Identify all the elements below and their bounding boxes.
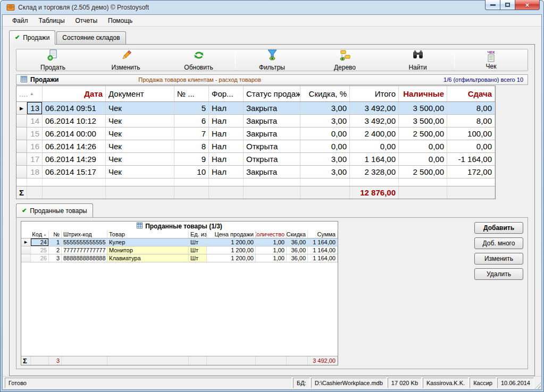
title-bar[interactable]: Склад и торговля (2.505 демо) © Prostoys… (2, 0, 542, 14)
menu-item[interactable]: Файл (7, 16, 34, 25)
cell-change[interactable]: 8,00 (447, 115, 495, 127)
cell-change[interactable]: 172,00 (447, 166, 495, 178)
cell-doc[interactable]: Чек (106, 127, 174, 140)
column-header-code[interactable]: Код▲ (21, 231, 49, 238)
row-selector-cell[interactable] (16, 115, 27, 127)
cell-form[interactable]: Нал (209, 127, 244, 140)
cell-form[interactable]: Нал (209, 153, 244, 165)
column-header-cash[interactable]: Наличные (399, 86, 447, 101)
column-header-change[interactable]: Сдача (447, 86, 495, 101)
cell-code[interactable]: 26 (31, 254, 49, 262)
column-header-sum[interactable]: Сумма (308, 231, 338, 238)
cell-change[interactable]: 8,00 (447, 102, 495, 114)
cell-discount[interactable]: 3,00 (300, 102, 350, 114)
row-number-cell[interactable]: 14 (27, 115, 43, 127)
cell-change[interactable]: 0,00 (447, 140, 495, 152)
column-header-unit[interactable]: Ед. изм. (189, 231, 207, 238)
receipt-button[interactable]: ЧЕК Чек (455, 49, 528, 71)
cell-product[interactable]: Кулер (107, 238, 189, 246)
cell-date[interactable]: 06.2014 00:00 (43, 127, 106, 140)
cell-no[interactable]: 6 (174, 115, 209, 127)
cell-price[interactable]: 1 200,00 (207, 246, 256, 254)
cell-product[interactable]: Монитор (107, 246, 189, 254)
maximize-button[interactable] (500, 0, 515, 10)
cell-no[interactable]: 7 (174, 127, 209, 140)
cell-no[interactable]: 10 (174, 166, 209, 178)
cell-change[interactable]: -1 164,00 (447, 153, 495, 165)
add-many-button[interactable]: Доб. много (474, 237, 523, 249)
cell-cash[interactable]: 3 500,00 (399, 102, 447, 114)
cell-cash[interactable]: 0,00 (399, 153, 447, 165)
cell-discount[interactable]: 3,00 (300, 153, 350, 165)
column-header-total[interactable]: Итого (350, 86, 399, 101)
menu-item[interactable]: Отчеты (70, 16, 103, 25)
row-number-cell[interactable]: 13 (27, 102, 43, 114)
cell-discount[interactable]: 3,00 (300, 166, 350, 178)
cell-qty[interactable]: 1,00 (256, 246, 287, 254)
cell-total[interactable]: 3 492,00 (350, 115, 399, 127)
cell-qty[interactable]: 1,00 (256, 254, 287, 262)
cell-cash[interactable]: 2 500,00 (399, 166, 447, 178)
tab-sold-items[interactable]: ✔ Проданные товары (16, 203, 93, 218)
cell-discount[interactable]: 0,00 (300, 127, 350, 140)
filters-button[interactable]: Фильтры (236, 49, 308, 71)
cell-cash[interactable]: 3 500,00 (399, 115, 447, 127)
cell-date[interactable]: 06.2014 15:17 (43, 166, 106, 178)
cell-change[interactable]: 100,00 (447, 127, 495, 140)
column-header-product[interactable]: Товар (107, 231, 189, 238)
cell-sum[interactable]: 1 164,00 (308, 238, 338, 246)
sales-row[interactable]: ▶1306.2014 09:51Чек5НалЗакрыта3,003 492,… (16, 102, 495, 115)
cell-unit[interactable]: Шт (189, 238, 207, 246)
add-button[interactable]: Добавить (474, 222, 523, 234)
cell-code[interactable]: 24 (31, 238, 49, 246)
row-selector-cell[interactable] (21, 246, 31, 254)
cell-code[interactable]: 25 (31, 246, 49, 254)
column-header-barcode[interactable]: Штрих-код (62, 231, 107, 238)
cell-no[interactable]: 1 (49, 238, 62, 246)
row-number-cell[interactable]: 15 (27, 127, 43, 140)
sold-item-row[interactable]: 2638888888888888КлавиатураШт1 200,001,00… (21, 254, 338, 262)
cell-date[interactable]: 06.2014 14:29 (43, 153, 106, 165)
column-header-no[interactable]: № (49, 231, 62, 238)
edit-item-button[interactable]: Изменить (474, 253, 523, 265)
cell-qty[interactable]: 1,00 (256, 238, 287, 246)
column-header-no[interactable]: № ... (174, 86, 209, 101)
cell-sum[interactable]: 1 164,00 (308, 246, 338, 254)
cell-sum[interactable]: 1 164,00 (308, 254, 338, 262)
sales-row[interactable]: 1706.2014 14:29Чек9НалОткрыта3,001 164,0… (16, 153, 495, 166)
row-selector-cell[interactable] (16, 153, 27, 165)
sold-item-row[interactable]: ▶2415555555555555КулерШт1 200,001,0036,0… (21, 238, 338, 246)
sold-item-row[interactable]: 2527777777777777МониторШт1 200,001,0036,… (21, 246, 338, 254)
cell-barcode[interactable]: 8888888888888 (62, 254, 107, 262)
cell-total[interactable]: 2 328,00 (350, 166, 399, 178)
cell-doc[interactable]: Чек (106, 140, 174, 152)
tab-sales[interactable]: ✔ Продажи (9, 30, 55, 45)
cell-status[interactable]: Закрыта (244, 115, 300, 127)
tree-button[interactable]: Дерево (308, 49, 381, 71)
cell-status[interactable]: Закрыта (244, 166, 300, 178)
column-header-price[interactable]: Цена продажи (207, 231, 256, 238)
cell-total[interactable]: 0,00 (350, 140, 399, 152)
cell-status[interactable]: Открыта (244, 140, 300, 152)
cell-cash[interactable]: 0,00 (399, 140, 447, 152)
cell-disc[interactable]: 36,00 (287, 246, 308, 254)
refresh-button[interactable]: Обновить (162, 49, 235, 71)
cell-doc[interactable]: Чек (106, 166, 174, 178)
row-number-cell[interactable]: 16 (27, 140, 43, 152)
cell-status[interactable]: Открыта (244, 153, 300, 165)
column-header-qty[interactable]: Количество (256, 231, 287, 238)
cell-unit[interactable]: Шт (189, 254, 207, 262)
cell-no[interactable]: 3 (49, 254, 62, 262)
cell-status[interactable]: Закрыта (244, 127, 300, 140)
close-button[interactable]: × (515, 0, 540, 10)
column-header-status[interactable]: Статус продажи (244, 86, 300, 101)
column-header-date[interactable]: Дата (43, 86, 106, 101)
find-button[interactable]: Найти (381, 49, 454, 71)
row-number-cell[interactable]: 17 (27, 153, 43, 165)
cell-product[interactable]: Клавиатура (107, 254, 189, 262)
column-header-form[interactable]: Фор... (209, 86, 244, 101)
cell-doc[interactable]: Чек (106, 115, 174, 127)
cell-no[interactable]: 2 (49, 246, 62, 254)
column-header-rownum[interactable]: ....▲ (16, 86, 43, 101)
row-number-cell[interactable]: 18 (27, 166, 43, 178)
